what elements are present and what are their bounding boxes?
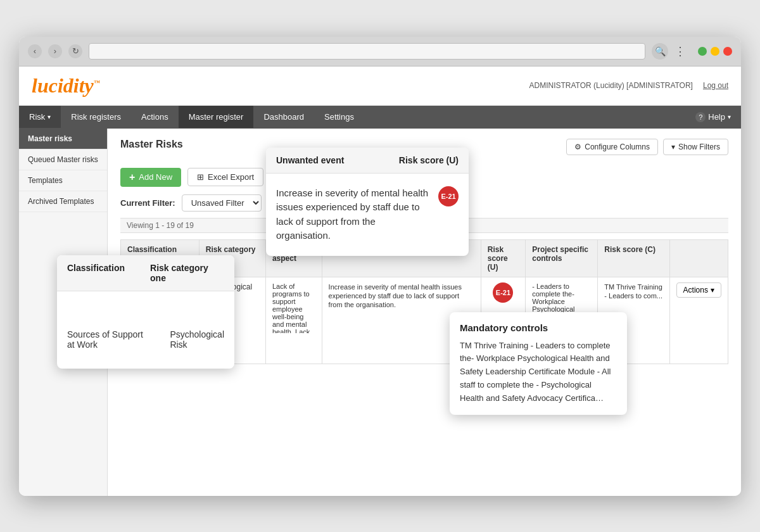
results-info: Viewing 1 - 19 of 19 — [120, 218, 728, 233]
th-risk-category: Risk category one — [199, 239, 265, 277]
browser-window: ‹ › ↻ 🔍 ⋮ lucidity™ ADMINISTRATOR (Lucid… — [19, 37, 741, 496]
cell-risk-category: Psychological Risk — [199, 277, 265, 364]
action-buttons: ⚙ Configure Columns ▾ Show Filters — [566, 139, 728, 155]
filter-icon: ▾ — [671, 142, 675, 151]
main-layout: Master risks Queued Master risks Templat… — [19, 129, 741, 496]
filter-bar: Current Filter: Unsaved Filter — [120, 194, 728, 212]
th-hazard-aspect: Hazard aspect — [265, 239, 322, 277]
actions-dropdown-button[interactable]: Actions ▾ — [676, 282, 721, 298]
th-risk-score-u: Risk score (U) — [481, 239, 525, 277]
th-actions — [669, 239, 728, 277]
back-button[interactable]: ‹ — [28, 44, 42, 58]
risk-table: Classification Risk category one Hazard … — [120, 239, 728, 364]
more-options-button[interactable]: ⋮ — [674, 44, 687, 58]
cell-classification: Sources of Support at Work — [121, 277, 200, 364]
sidebar-item-archived-templates[interactable]: Archived Templates — [19, 191, 107, 212]
add-new-button[interactable]: + Add New — [120, 168, 181, 187]
cell-risk-score-u: E-21 — [481, 277, 525, 364]
th-risk-score-c: Risk score (C) — [598, 239, 669, 277]
filter-label: Current Filter: — [120, 198, 175, 208]
sidebar-item-queued[interactable]: Queued Master risks — [19, 149, 107, 170]
yellow-light — [711, 47, 719, 56]
cell-unwanted-event: Increase in severity of mental health is… — [322, 277, 481, 364]
nav-item-master-register[interactable]: Master register — [179, 106, 254, 128]
sidebar-item-templates[interactable]: Templates — [19, 170, 107, 191]
help-caret-icon: ▾ — [728, 113, 731, 120]
user-info: ADMINISTRATOR (Lucidity) [ADMINISTRATOR] — [529, 81, 692, 90]
risk-score-badge: E-21 — [493, 282, 513, 303]
cell-risk-score-c: TM Thrive Training - Leaders to com... — [598, 277, 669, 364]
gear-icon: ⚙ — [574, 142, 581, 151]
logout-link[interactable]: Log out — [703, 81, 728, 90]
toolbar: + Add New ⊞ Excel Export — [120, 168, 728, 187]
red-light — [723, 47, 732, 56]
th-project-controls: Project specific controls — [526, 239, 598, 277]
logo: lucidity™ — [32, 74, 100, 98]
grid-icon: ⊞ — [197, 172, 204, 182]
show-filters-button[interactable]: ▾ Show Filters — [663, 139, 728, 155]
page-title: Master Risks — [120, 139, 183, 150]
nav-item-dashboard[interactable]: Dashboard — [253, 106, 314, 128]
green-light — [698, 47, 707, 56]
nav-bar: Risk ▾ Risk registers Actions Master reg… — [19, 106, 741, 129]
plus-icon: + — [129, 172, 135, 183]
forward-button[interactable]: › — [48, 44, 62, 58]
content-area: Master Risks ⚙ Configure Columns ▾ Show … — [108, 129, 741, 496]
nav-item-help[interactable]: ? Help ▾ — [685, 106, 741, 129]
th-classification: Classification — [121, 239, 200, 277]
sidebar-item-master-risks[interactable]: Master risks — [19, 129, 107, 149]
table-row: Sources of Support at Work Psychological… — [121, 277, 728, 364]
nav-item-risk-registers[interactable]: Risk registers — [61, 106, 131, 128]
filter-select[interactable]: Unsaved Filter — [182, 194, 262, 212]
risk-caret-icon: ▾ — [48, 113, 51, 120]
cell-hazard-aspect: Lack of programs to support employee wel… — [265, 277, 322, 364]
reload-button[interactable]: ↻ — [68, 44, 82, 58]
configure-columns-button[interactable]: ⚙ Configure Columns — [566, 139, 658, 155]
cell-actions: Actions ▾ — [669, 277, 728, 364]
address-bar[interactable] — [89, 43, 645, 60]
help-icon: ? — [695, 112, 706, 122]
header-right: ADMINISTRATOR (Lucidity) [ADMINISTRATOR]… — [529, 81, 728, 90]
app-header: lucidity™ ADMINISTRATOR (Lucidity) [ADMI… — [19, 66, 741, 106]
excel-export-button[interactable]: ⊞ Excel Export — [187, 168, 263, 186]
nav-item-risk[interactable]: Risk ▾ — [19, 106, 61, 128]
search-icon[interactable]: 🔍 — [652, 43, 668, 60]
nav-item-settings[interactable]: Settings — [314, 106, 364, 128]
browser-chrome: ‹ › ↻ 🔍 ⋮ — [19, 37, 741, 66]
traffic-lights — [698, 47, 732, 56]
th-unwanted-event: Unwanted event — [322, 239, 481, 277]
cell-project-controls: - Leaders to complete the- Workplace Psy… — [526, 277, 598, 364]
table-header-row: Classification Risk category one Hazard … — [121, 239, 728, 277]
nav-item-actions[interactable]: Actions — [131, 106, 179, 128]
actions-caret-icon: ▾ — [711, 286, 714, 294]
sidebar: Master risks Queued Master risks Templat… — [19, 129, 108, 496]
